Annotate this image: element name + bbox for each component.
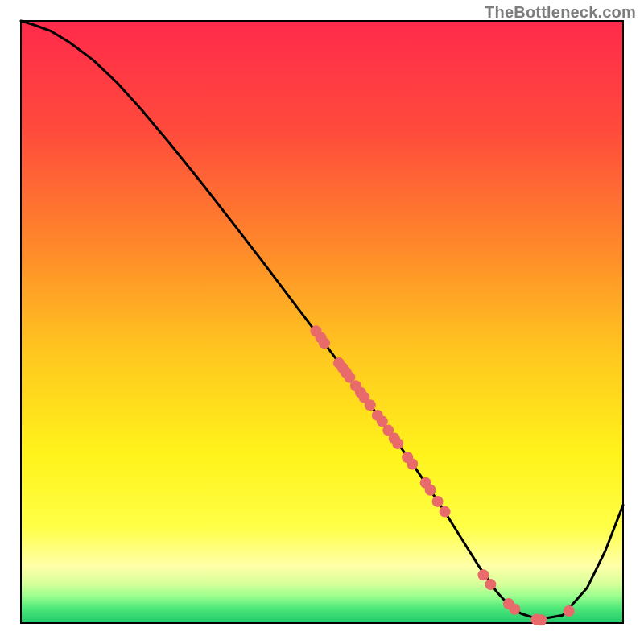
data-point xyxy=(432,496,444,507)
data-point xyxy=(485,579,496,590)
plot-background xyxy=(21,21,623,623)
bottleneck-chart xyxy=(0,0,644,644)
data-point xyxy=(392,438,403,449)
data-point xyxy=(535,614,547,625)
data-point xyxy=(440,506,451,518)
data-point xyxy=(509,604,520,615)
data-point xyxy=(365,399,376,411)
data-point xyxy=(564,605,575,617)
data-point xyxy=(319,337,330,349)
data-point xyxy=(478,569,489,580)
data-point xyxy=(425,485,436,496)
data-point xyxy=(407,459,418,470)
